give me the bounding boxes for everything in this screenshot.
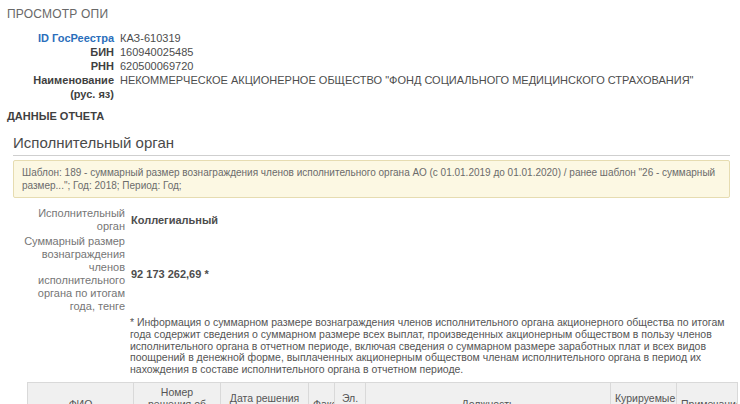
executive-body-section: Исполнительный орган Шаблон: 189 - сумма… (0, 134, 740, 404)
template-notice: Шаблон: 189 - суммарный размер вознаграж… (13, 160, 730, 198)
column-header-note: Примечание (677, 382, 738, 404)
opi-view-page: ПРОСМОТР ОПИ ID ГосРеестра КАЗ-610319 БИ… (0, 0, 740, 404)
total-remuneration-value: 92 173 262,69 * (131, 268, 209, 280)
report-data-heading: ДАННЫЕ ОТЧЕТА (7, 110, 740, 122)
column-header-decision-date: Дата решения об избрании (221, 382, 309, 404)
executive-type-label: Исполнительный орган (13, 207, 125, 233)
bin-label: БИН (7, 45, 114, 59)
section-title: Исполнительный орган (13, 134, 730, 156)
remuneration-footnote: * Информация о суммарном размере вознагр… (130, 317, 734, 376)
rnn-value: 620500069720 (120, 59, 193, 73)
page-title: ПРОСМОТР ОПИ (7, 7, 740, 21)
info-row-rnn: РНН 620500069720 (7, 59, 740, 73)
company-info-form: ID ГосРеестра КАЗ-610319 БИН 16094002548… (7, 31, 740, 101)
column-header-decision-number: Номер решения об избрании (134, 382, 221, 404)
members-table-header: ФИО Номер решения об избрании Дата решен… (28, 382, 738, 404)
info-row-gosreestr-id: ID ГосРеестра КАЗ-610319 (7, 31, 740, 45)
name-ru-label: Наименование (рус. яз) (7, 73, 114, 101)
column-header-fio: ФИО (28, 382, 134, 404)
info-row-name-ru: Наименование (рус. яз) НЕКОММЕРЧЕСКОЕ АК… (7, 73, 740, 101)
info-row-bin: БИН 160940025485 (7, 45, 740, 59)
column-header-supervised-issues: Курируемые вопросы (611, 382, 677, 404)
column-header-fax: Факс (309, 382, 335, 404)
report-row-executive-type: Исполнительный орган Коллегиальный (13, 207, 740, 233)
gosreestr-id-label[interactable]: ID ГосРеестра (7, 31, 114, 45)
report-form: Исполнительный орган Коллегиальный Сумма… (13, 207, 740, 313)
report-row-total-remuneration: Суммарный размер вознаграждения членов и… (13, 235, 740, 313)
rnn-label: РНН (7, 59, 114, 73)
name-ru-value: НЕКОММЕРЧЕСКОЕ АКЦИОНЕРНОЕ ОБЩЕСТВО "ФОН… (120, 73, 694, 101)
bin-value: 160940025485 (120, 45, 193, 59)
executive-type-value: Коллегиальный (131, 214, 218, 226)
gosreestr-id-value: КАЗ-610319 (120, 31, 181, 45)
members-table: ФИО Номер решения об избрании Дата решен… (27, 382, 738, 404)
column-header-email: Эл. почта (335, 382, 366, 404)
column-header-position: Должность (366, 382, 611, 404)
total-remuneration-label: Суммарный размер вознаграждения членов и… (13, 235, 125, 313)
